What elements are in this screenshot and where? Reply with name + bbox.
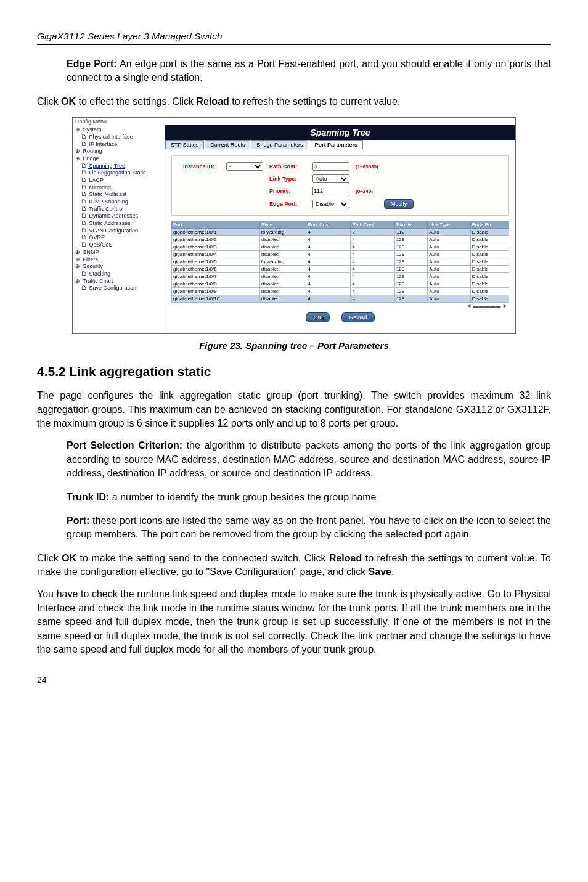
- table-cell: Disable: [470, 243, 509, 251]
- table-cell: 128: [394, 266, 427, 273]
- table-header[interactable]: Link Type: [428, 221, 471, 229]
- cursor-icon: ↖: [320, 316, 326, 322]
- tab-port-parameters[interactable]: Port Parameters: [309, 140, 363, 149]
- port-selection-paragraph: Port Selection Criterion: the algorithm …: [37, 439, 551, 480]
- tree-node-label: Dynamic Addresses: [88, 213, 138, 219]
- folder-icon: ⊕: [75, 249, 81, 256]
- table-row[interactable]: gigabitethernet1/0/4disabled44128AutoDis…: [172, 251, 510, 258]
- tree-node[interactable]: ⊕ Security: [75, 263, 162, 271]
- modify-button[interactable]: Modify: [384, 199, 414, 209]
- tree-node[interactable]: 🗋 Mirroring: [75, 184, 162, 192]
- figure-caption: Figure 23. Spanning tree – Port Paramete…: [37, 340, 551, 351]
- tab-bridge-parameters[interactable]: Bridge Parameters: [251, 140, 308, 149]
- reload-button[interactable]: Reload: [341, 312, 375, 322]
- table-row[interactable]: gigabitethernet1/0/8disabled44128AutoDis…: [172, 280, 510, 288]
- edge-port-label: Edge Port:: [67, 59, 117, 69]
- tree-node[interactable]: 🗋 Static Multicast: [75, 191, 162, 198]
- tree-node[interactable]: 🗋 VLAN Configuration: [75, 227, 162, 235]
- table-row[interactable]: gigabitethernet1/0/5forwarding44128AutoD…: [172, 258, 510, 266]
- table-cell: Auto: [428, 280, 471, 288]
- table-cell: 128: [394, 288, 427, 295]
- table-cell: 4: [306, 258, 351, 266]
- link-type-select[interactable]: Auto: [312, 174, 349, 183]
- table-cell: gigabitethernet1/0/10: [172, 295, 260, 303]
- tree-node[interactable]: ⊕ Routing: [75, 148, 162, 155]
- tree-node[interactable]: ⊕ Bridge: [75, 155, 162, 163]
- tree-node[interactable]: 🗋 LACP: [75, 177, 162, 184]
- click-ok-paragraph-1: Click OK to effect the settings. Click R…: [37, 95, 551, 108]
- port-label: Port:: [67, 515, 89, 526]
- tree-node-label: GVRP: [88, 234, 105, 240]
- table-header[interactable]: Root Cost: [306, 221, 351, 229]
- table-cell: forwarding: [259, 229, 306, 236]
- file-icon: 🗋: [81, 220, 88, 227]
- table-header[interactable]: Port: [172, 221, 260, 229]
- table-cell: gigabitethernet1/0/6: [172, 266, 260, 273]
- tree-node[interactable]: ⊕ System: [75, 126, 162, 134]
- tree-node[interactable]: 🗋 QoS/CoS: [75, 242, 162, 249]
- table-cell: 4: [351, 258, 394, 266]
- table-cell: 4: [351, 295, 394, 303]
- tree-node[interactable]: 🗋 IGMP Snooping: [75, 198, 162, 206]
- nav-tree: ⊕ System🗋 Physical Interface🗋 IP Interfa…: [73, 125, 165, 333]
- table-cell: 2: [351, 229, 394, 236]
- edge-port-select[interactable]: Disable: [312, 200, 349, 208]
- tree-node[interactable]: 🗋 Spanning Tree: [75, 163, 162, 170]
- table-cell: gigabitethernet1/0/3: [172, 243, 260, 251]
- table-row[interactable]: gigabitethernet1/0/1forwarding42112AutoD…: [172, 229, 510, 236]
- tree-node-label: Traffic Control: [88, 206, 123, 212]
- table-row[interactable]: gigabitethernet1/0/7disabled44128AutoDis…: [172, 273, 510, 280]
- table-row[interactable]: gigabitethernet1/0/2disabled44128AutoDis…: [172, 236, 510, 243]
- table-row[interactable]: gigabitethernet1/0/10disabled44128AutoDi…: [172, 295, 510, 303]
- trunk-id-paragraph: Trunk ID: a number to identify the trunk…: [37, 491, 551, 504]
- table-cell: 4: [306, 243, 351, 251]
- tree-node[interactable]: ⊕ SNMP: [75, 249, 162, 256]
- tree-node[interactable]: ⊕ Filters: [75, 256, 162, 264]
- instance-id-select[interactable]: -: [226, 162, 263, 171]
- table-header[interactable]: Edge Po: [470, 221, 509, 229]
- path-cost-input[interactable]: [312, 162, 349, 171]
- tree-node[interactable]: 🗋 Save Configuration: [75, 285, 162, 292]
- tab-current-roots[interactable]: Current Roots: [205, 140, 250, 149]
- tree-node-label: Link Aggregation Static: [88, 169, 146, 176]
- table-cell: Disable: [470, 258, 509, 266]
- priority-input[interactable]: [312, 187, 349, 195]
- table-header[interactable]: State: [259, 221, 306, 229]
- folder-icon: ⊕: [75, 148, 81, 155]
- tree-node-label: Bridge: [81, 155, 99, 161]
- tree-node-label: Stacking: [88, 271, 110, 277]
- tree-node[interactable]: 🗋 Stacking: [75, 271, 162, 278]
- tree-node[interactable]: 🗋 Traffic Control: [75, 206, 162, 213]
- tree-node-label: Traffic Chart: [81, 278, 113, 284]
- table-row[interactable]: gigabitethernet1/0/3disabled44128AutoDis…: [172, 243, 510, 251]
- file-icon: 🗋: [81, 242, 88, 249]
- tab-stp-status[interactable]: STP Status: [165, 140, 204, 149]
- path-cost-range: (1~65535): [356, 164, 399, 169]
- file-icon: 🗋: [81, 213, 88, 220]
- table-cell: Disable: [470, 273, 509, 280]
- table-cell: 4: [351, 251, 394, 258]
- table-row[interactable]: gigabitethernet1/0/6disabled44128AutoDis…: [172, 266, 510, 273]
- tree-node[interactable]: 🗋 Physical Interface: [75, 134, 162, 141]
- table-header[interactable]: Path Cost: [351, 221, 394, 229]
- tree-node[interactable]: 🗋 IP Interface: [75, 141, 162, 149]
- table-cell: Disable: [470, 236, 509, 243]
- tree-node[interactable]: 🗋 Static Addresses: [75, 220, 162, 227]
- tree-node-label: Save Configuration: [88, 285, 136, 291]
- table-row[interactable]: gigabitethernet1/0/9disabled44128AutoDis…: [172, 288, 510, 295]
- port-selection-label: Port Selection Criterion:: [67, 440, 182, 451]
- table-cell: 4: [351, 243, 394, 251]
- table-cell: 112: [394, 229, 427, 236]
- tree-node[interactable]: 🗋 Link Aggregation Static: [75, 169, 162, 177]
- tree-node[interactable]: ⊕ Traffic Chart: [75, 278, 162, 285]
- table-cell: gigabitethernet1/0/5: [172, 258, 260, 266]
- table-header[interactable]: Priority: [394, 221, 427, 229]
- page-number: 24: [37, 675, 551, 685]
- tree-node[interactable]: 🗋 Dynamic Addresses: [75, 213, 162, 220]
- file-icon: 🗋: [81, 271, 88, 278]
- table-cell: gigabitethernet1/0/2: [172, 236, 260, 243]
- table-cell: 4: [306, 229, 351, 236]
- tree-node-label: Static Addresses: [88, 220, 131, 226]
- file-icon: 🗋: [81, 285, 88, 292]
- tree-node[interactable]: 🗋 GVRP: [75, 234, 162, 242]
